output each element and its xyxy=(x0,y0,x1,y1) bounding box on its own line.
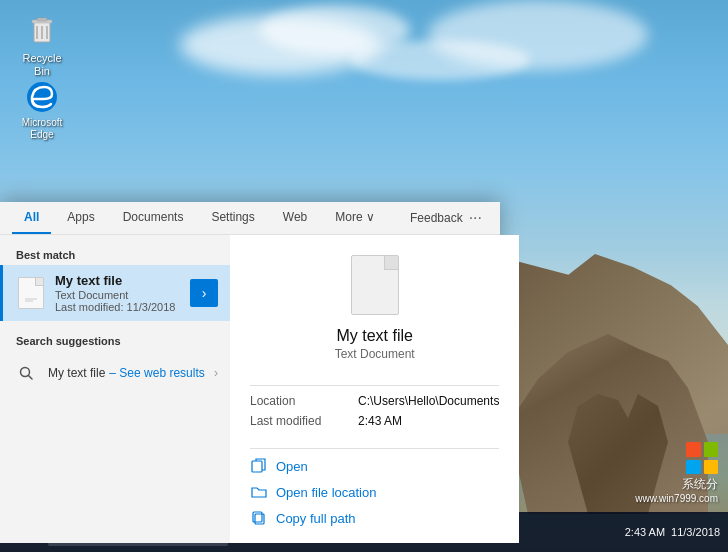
suggestion-arrow-icon: › xyxy=(214,366,218,380)
detail-file-type: Text Document xyxy=(250,347,499,361)
tab-settings[interactable]: Settings xyxy=(199,202,266,234)
tray-date: 11/3/2018 xyxy=(671,526,720,538)
detail-icon-wrapper xyxy=(250,255,499,315)
modified-label: Last modified xyxy=(250,414,350,428)
taskbar-tray: 2:43 AM 11/3/2018 xyxy=(625,526,728,538)
logo-blue xyxy=(686,460,701,475)
feedback-link[interactable]: Feedback xyxy=(410,211,463,225)
detail-divider xyxy=(250,385,499,386)
tab-web[interactable]: Web xyxy=(271,202,319,234)
action-copy-path[interactable]: Copy full path xyxy=(250,509,499,527)
search-right-panel: My text file Text Document Location C:\U… xyxy=(230,235,519,543)
modified-value: 2:43 AM xyxy=(358,414,499,428)
result-file-name: My text file xyxy=(55,273,190,288)
tab-documents[interactable]: Documents xyxy=(111,202,196,234)
logo-yellow xyxy=(704,460,719,475)
location-label: Location xyxy=(250,394,350,408)
suggestion-link[interactable]: – See web results xyxy=(109,366,204,380)
location-value: C:\Users\Hello\Documents xyxy=(358,394,499,408)
desktop: Recycle Bin MicrosoftEdge All Apps Docum… xyxy=(0,0,728,552)
recycle-bin-image xyxy=(24,14,60,50)
ms-logo-grid xyxy=(686,442,718,474)
tray-time: 2:43 AM xyxy=(625,526,665,538)
best-match-label: Best match xyxy=(0,243,230,265)
tab-more[interactable]: More ∨ xyxy=(323,202,387,234)
suggestion-text: My text file xyxy=(48,366,105,380)
suggestion-search-icon xyxy=(12,359,40,387)
brand-text: 系统分 xyxy=(682,476,718,493)
open-location-label: Open file location xyxy=(276,485,376,500)
recycle-bin-icon[interactable]: Recycle Bin xyxy=(10,10,74,82)
svg-rect-11 xyxy=(252,461,262,472)
action-open[interactable]: Open xyxy=(250,457,499,475)
result-info: My text file Text Document Last modified… xyxy=(55,273,190,313)
doc-icon-shape xyxy=(18,277,44,309)
svg-line-10 xyxy=(29,376,33,380)
edge-icon[interactable]: MicrosoftEdge xyxy=(10,75,74,145)
result-file-type: Text Document xyxy=(55,289,190,301)
search-panel: All Apps Documents Settings Web More ∨ F… xyxy=(0,202,500,512)
search-body: Best match My text file Text Docum xyxy=(0,235,500,543)
suggestions-label: Search suggestions xyxy=(0,329,230,351)
detail-file-name: My text file xyxy=(250,327,499,345)
action-open-location[interactable]: Open file location xyxy=(250,483,499,501)
detail-properties: Location C:\Users\Hello\Documents Last m… xyxy=(250,394,499,428)
result-arrow-icon: › xyxy=(190,279,218,307)
detail-divider-2 xyxy=(250,448,499,449)
svg-rect-2 xyxy=(37,18,47,21)
logo-green xyxy=(704,442,719,457)
more-options-dots[interactable]: ··· xyxy=(463,209,488,227)
result-doc-icon xyxy=(15,273,47,313)
search-left-panel: Best match My text file Text Docum xyxy=(0,235,230,543)
search-tabs: All Apps Documents Settings Web More ∨ F… xyxy=(0,202,500,235)
brand-site: www.win7999.com xyxy=(635,493,718,504)
detail-actions: Open Open file location xyxy=(250,457,499,527)
suggestion-item[interactable]: My text file – See web results › xyxy=(0,351,230,395)
result-file-date: Last modified: 11/3/2018 xyxy=(55,301,190,313)
folder-icon xyxy=(250,483,268,501)
detail-doc-icon xyxy=(351,255,399,315)
open-label: Open xyxy=(276,459,308,474)
brand-watermark: 系统分 www.win7999.com xyxy=(635,442,718,504)
copy-path-label: Copy full path xyxy=(276,511,356,526)
tab-apps[interactable]: Apps xyxy=(55,202,106,234)
best-match-result[interactable]: My text file Text Document Last modified… xyxy=(0,265,230,321)
open-file-icon xyxy=(250,457,268,475)
tab-all[interactable]: All xyxy=(12,202,51,234)
edge-image xyxy=(24,79,60,115)
logo-red xyxy=(686,442,701,457)
edge-label: MicrosoftEdge xyxy=(22,117,63,141)
copy-icon xyxy=(250,509,268,527)
